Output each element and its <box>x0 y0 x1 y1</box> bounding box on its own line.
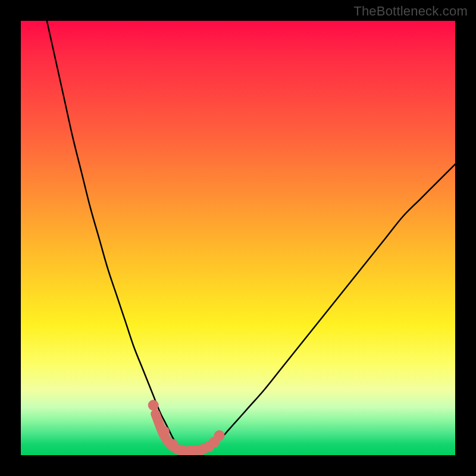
plot-area <box>21 21 455 455</box>
highlight-dot <box>214 430 225 441</box>
chart-frame: TheBottleneck.com <box>0 0 476 476</box>
bottleneck-curve-left <box>47 21 181 450</box>
watermark-text: TheBottleneck.com <box>353 4 468 19</box>
curve-layer <box>47 21 455 451</box>
bottleneck-curve-right <box>181 164 455 451</box>
chart-svg <box>21 21 455 455</box>
highlight-dot <box>148 400 159 411</box>
